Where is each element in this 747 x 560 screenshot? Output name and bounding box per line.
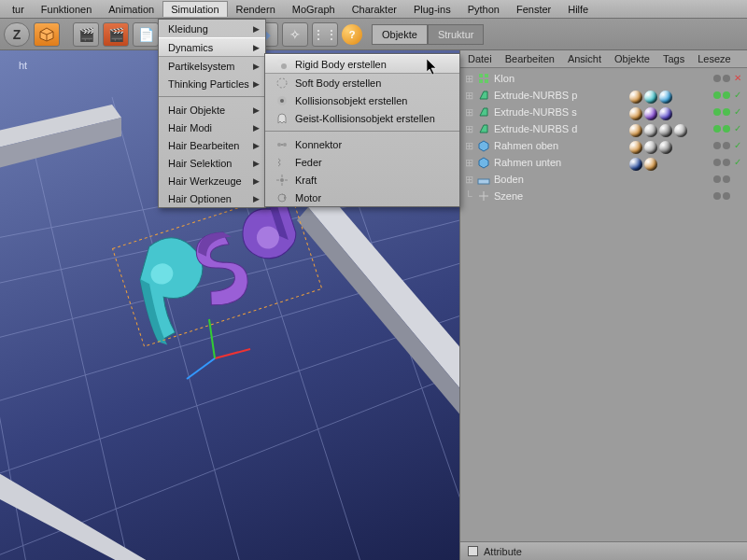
sim-menu-item[interactable]: Hair Modi▶ [159, 119, 265, 136]
om-menu-bearbeiten[interactable]: Bearbeiten [505, 53, 555, 64]
object-row[interactable]: ⊞Extrude-NURBS s✓ [460, 104, 747, 120]
sim-menu-item[interactable]: Hair Objekte▶ [159, 101, 265, 119]
dyn-menu-item[interactable]: Kollisionsobjekt erstellen [265, 91, 459, 109]
cube-button[interactable] [34, 22, 60, 47]
dyn-menu-item[interactable]: Geist-Kollisionsobjekt erstellen [265, 109, 459, 127]
object-manager-menubar[interactable]: Datei Bearbeiten Ansicht Objekte Tags Le… [460, 50, 747, 68]
tag-ball[interactable] [659, 107, 672, 120]
object-row[interactable]: ⊞Rahmen oben✓ [460, 137, 747, 154]
render-settings-button[interactable]: 📄 [133, 22, 159, 47]
svg-line-24 [209, 319, 215, 358]
svg-rect-28 [485, 74, 488, 77]
svg-point-43 [280, 99, 284, 103]
object-row[interactable]: ⊞Extrude-NURBS d✓ [460, 120, 747, 137]
menu-fenster[interactable]: Fenster [508, 1, 559, 18]
menu-hilfe[interactable]: Hilfe [559, 1, 597, 18]
dyn-menu-item[interactable]: Kraft [265, 171, 459, 189]
tag-ball[interactable] [644, 91, 657, 104]
tag-ball[interactable] [659, 141, 672, 154]
menu-charakter[interactable]: Charakter [344, 1, 405, 18]
tag-ball[interactable] [674, 124, 687, 137]
tag-ball[interactable] [659, 91, 672, 104]
tool-e[interactable]: ✧ [282, 22, 308, 47]
clapper-button[interactable]: 🎬 [73, 22, 99, 47]
svg-marker-31 [480, 91, 487, 99]
svg-line-11 [28, 125, 131, 560]
svg-rect-27 [479, 74, 483, 77]
attribute-tab-label[interactable]: Attribute [484, 546, 522, 557]
menu-tur[interactable]: tur [4, 1, 33, 18]
tag-ball[interactable] [644, 158, 657, 171]
svg-line-8 [0, 307, 459, 489]
sim-menu-item[interactable]: Thinking Particles▶ [159, 75, 265, 92]
svg-marker-33 [480, 125, 487, 133]
sim-menu-item[interactable]: Hair Optionen▶ [159, 189, 265, 207]
dyn-menu-item[interactable]: Rigid Body erstellen [265, 54, 459, 74]
om-menu-objekte[interactable]: Objekte [614, 53, 650, 64]
tag-ball[interactable] [644, 107, 657, 120]
dyn-menu-item[interactable]: Feder [265, 153, 459, 171]
main-toolbar: Z 🎬 🎬 📄 ◈ ❀ ✦ ◆ ✧ ⋮⋮ ? Objekte Struktur [0, 19, 747, 50]
dyn-menu-item[interactable]: Motor [265, 189, 459, 206]
tag-ball[interactable] [644, 141, 657, 154]
tag-ball[interactable] [659, 124, 672, 137]
sim-menu-item[interactable]: Hair Selektion▶ [159, 154, 265, 172]
menu-rendern[interactable]: Rendern [228, 1, 284, 18]
svg-text:ht: ht [19, 60, 27, 71]
svg-point-44 [277, 143, 281, 147]
menu-plugins[interactable]: Plug-ins [405, 1, 459, 18]
attribute-tab-bar: Attribute [460, 541, 747, 560]
menu-animation[interactable]: Animation [100, 1, 162, 18]
svg-rect-29 [479, 79, 483, 83]
sim-menu-item[interactable]: Hair Werkzeuge▶ [159, 172, 265, 189]
tag-ball[interactable] [629, 124, 642, 137]
object-row[interactable]: └Szene [460, 188, 747, 204]
object-manager: Datei Bearbeiten Ansicht Objekte Tags Le… [459, 50, 747, 560]
dyn-menu-item[interactable]: Konnektor [265, 135, 459, 153]
svg-point-45 [283, 143, 287, 147]
tag-ball[interactable] [629, 158, 642, 171]
tool-f[interactable]: ⋮⋮ [312, 22, 338, 47]
dynamics-submenu[interactable]: Rigid Body erstellenSoft Body erstellenK… [264, 53, 460, 207]
sim-menu-item[interactable]: Partikelsystem▶ [159, 57, 265, 75]
svg-line-25 [187, 358, 215, 379]
svg-marker-18 [297, 207, 459, 428]
sim-menu-item[interactable]: Kleidung▶ [159, 20, 265, 37]
svg-point-41 [277, 78, 287, 88]
menu-simulation[interactable]: Simulation [162, 1, 227, 17]
attribute-checkbox[interactable] [468, 546, 478, 556]
tag-ball[interactable] [644, 124, 657, 137]
svg-point-47 [280, 178, 284, 182]
tag-ball[interactable] [629, 141, 642, 154]
om-menu-lesezeichen[interactable]: Leseze [698, 53, 730, 64]
dyn-menu-item[interactable]: Soft Body erstellen [265, 74, 459, 91]
svg-marker-34 [479, 141, 488, 151]
help-icon[interactable]: ? [342, 24, 362, 45]
sim-menu-item[interactable]: Hair Bearbeiten▶ [159, 136, 265, 154]
svg-marker-32 [480, 108, 487, 116]
menu-funktionen[interactable]: Funktionen [33, 1, 100, 18]
svg-rect-36 [478, 179, 489, 184]
tag-area[interactable] [628, 72, 688, 173]
om-menu-datei[interactable]: Datei [468, 53, 492, 64]
om-menu-ansicht[interactable]: Ansicht [568, 53, 601, 64]
svg-line-23 [215, 349, 250, 358]
tab-struktur[interactable]: Struktur [428, 24, 485, 45]
menu-mograph[interactable]: MoGraph [284, 1, 344, 18]
object-row[interactable]: ⊞Rahmen unten✓ [460, 154, 747, 171]
menubar[interactable]: tur Funktionen Animation Simulation Rend… [0, 0, 747, 19]
object-row[interactable]: ⊞Boden [460, 171, 747, 188]
render-button[interactable]: 🎬 [103, 22, 129, 47]
sim-menu-item[interactable]: Dynamics▶ [159, 37, 265, 57]
tag-ball[interactable] [629, 91, 642, 104]
tab-objekte[interactable]: Objekte [372, 24, 428, 45]
object-row[interactable]: ⊞Extrude-NURBS p✓ [460, 87, 747, 104]
object-list[interactable]: ⊞Klon✕⊞Extrude-NURBS p✓⊞Extrude-NURBS s✓… [460, 68, 747, 206]
menu-python[interactable]: Python [459, 1, 508, 18]
om-menu-tags[interactable]: Tags [663, 53, 684, 64]
tag-ball[interactable] [629, 107, 642, 120]
svg-marker-19 [0, 452, 168, 560]
undo-button[interactable]: Z [4, 22, 30, 47]
simulation-menu[interactable]: Kleidung▶Dynamics▶Partikelsystem▶Thinkin… [158, 19, 266, 208]
object-row[interactable]: ⊞Klon✕ [460, 70, 747, 87]
